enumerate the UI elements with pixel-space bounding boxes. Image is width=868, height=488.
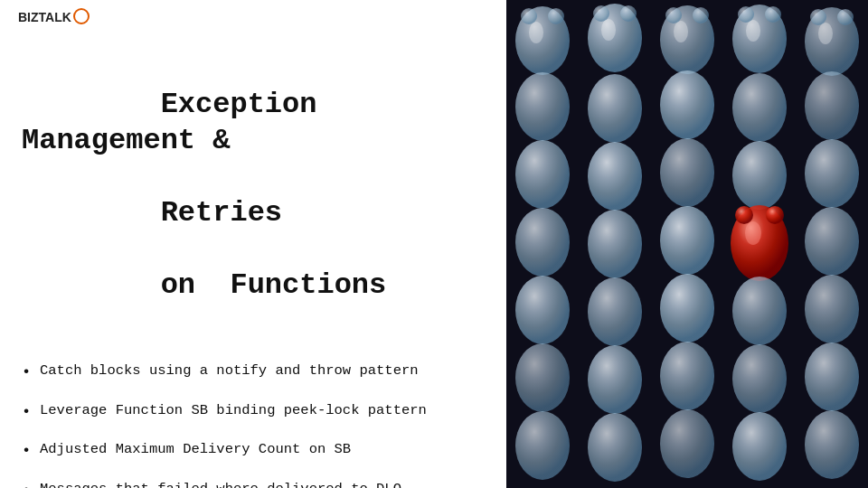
svg-point-47: [766, 206, 784, 224]
slide: BIZTALK Exception Management & Retries o…: [0, 0, 868, 488]
title-line1: Exception Management &: [22, 88, 335, 157]
bullet-text-2: Leverage Function SB binding peek-lock p…: [40, 402, 427, 418]
svg-point-29: [732, 344, 787, 413]
bullet-item-2: Leverage Function SB binding peek-lock p…: [22, 401, 485, 421]
title-line3: on Functions: [161, 268, 387, 302]
svg-point-10: [805, 71, 859, 140]
svg-point-9: [732, 73, 787, 142]
svg-point-18: [660, 206, 714, 275]
svg-point-8: [660, 70, 714, 139]
svg-point-39: [620, 5, 637, 22]
svg-point-20: [805, 207, 859, 276]
svg-point-16: [515, 208, 570, 277]
svg-point-11: [515, 140, 570, 209]
svg-point-21: [515, 276, 570, 344]
left-panel: BIZTALK Exception Management & Retries o…: [0, 0, 506, 488]
bullet-text-1: Catch blocks using a notify and throw pa…: [40, 362, 419, 379]
logo-bar: BIZTALK: [0, 0, 506, 34]
svg-point-7: [588, 74, 642, 143]
logo-360-circle: [73, 8, 90, 24]
gummy-bears-image: [506, 0, 868, 488]
svg-point-24: [732, 277, 787, 345]
right-panel: [506, 0, 868, 488]
svg-point-22: [588, 277, 642, 346]
svg-point-41: [693, 7, 709, 23]
svg-point-50: [674, 21, 688, 42]
bullet-text-3: Adjusted Maximum Delivery Count on SB: [40, 441, 351, 457]
svg-point-43: [765, 6, 781, 23]
svg-point-30: [805, 343, 859, 411]
svg-point-17: [588, 210, 642, 278]
svg-point-48: [529, 22, 543, 43]
slide-title: Exception Management & Retries on Functi…: [22, 51, 485, 340]
bullet-item-4: Messages that failed where delivered to …: [22, 480, 485, 488]
svg-point-6: [515, 72, 570, 141]
title-line2: Retries: [161, 196, 282, 230]
svg-point-51: [746, 20, 760, 42]
svg-point-23: [660, 274, 714, 343]
svg-point-35: [805, 410, 859, 479]
title-area: Exception Management & Retries on Functi…: [0, 34, 506, 361]
svg-point-28: [660, 342, 714, 410]
svg-point-49: [601, 19, 616, 41]
bullet-item-3: Adjusted Maximum Delivery Count on SB: [22, 440, 485, 460]
bullet-list: Catch blocks using a notify and throw pa…: [0, 361, 506, 488]
biztalk-logo-text: BIZTALK: [18, 10, 71, 24]
bullet-text-4: Messages that failed where delivered to …: [40, 481, 401, 488]
bullet-item-1: Catch blocks using a notify and throw pa…: [22, 361, 485, 381]
svg-point-53: [745, 221, 761, 245]
svg-point-37: [548, 8, 564, 24]
svg-point-13: [660, 138, 714, 207]
svg-point-46: [735, 206, 753, 224]
svg-point-25: [805, 275, 859, 343]
svg-point-12: [588, 142, 642, 211]
svg-point-27: [588, 345, 642, 414]
svg-point-14: [732, 141, 787, 210]
svg-point-15: [805, 139, 859, 208]
svg-point-32: [588, 413, 642, 482]
svg-point-34: [732, 412, 787, 481]
gummy-bears-svg: [506, 0, 868, 488]
svg-point-26: [515, 343, 570, 412]
svg-point-31: [515, 411, 570, 480]
svg-point-52: [818, 23, 833, 44]
svg-point-33: [660, 409, 714, 478]
svg-point-45: [837, 9, 854, 25]
